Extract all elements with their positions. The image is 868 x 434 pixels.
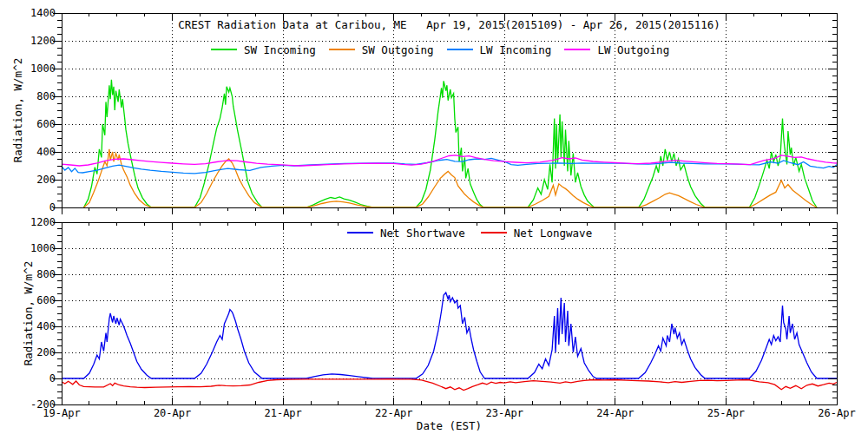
x-tick-label: 19-Apr <box>34 407 89 419</box>
legend-line-lw-outgoing <box>564 49 590 50</box>
y-tick-label: 600 <box>0 118 56 130</box>
y-tick-label: 600 <box>0 294 56 306</box>
y-tick-label: 1000 <box>0 62 56 75</box>
legend-item-net-shortwave: Net Shortwave <box>347 227 465 240</box>
y-tick-label: 800 <box>0 268 56 280</box>
y-tick-label: 200 <box>0 346 56 358</box>
x-tick-label: 24-Apr <box>588 407 643 419</box>
y-tick-label: 0 <box>0 372 56 385</box>
legend-item-sw-incoming: SW Incoming <box>211 43 316 56</box>
legend-line-lw-incoming <box>447 49 473 50</box>
series-sw-incoming <box>84 80 818 207</box>
x-tick-label: 20-Apr <box>145 407 201 419</box>
legend-line-sw-incoming <box>211 49 237 50</box>
radiation-chart-canvas <box>0 0 868 434</box>
legend-line-sw-outgoing <box>329 49 355 50</box>
legend-label: Net Longwave <box>514 227 592 240</box>
x-tick-label: 23-Apr <box>477 407 532 419</box>
y-tick-label: 1000 <box>0 242 56 254</box>
series-sw-outgoing <box>84 149 818 207</box>
y-tick-label: 1200 <box>0 35 56 47</box>
y-tick-label: 1200 <box>0 216 56 228</box>
legend-bottom-panel: Net ShortwaveNet Longwave <box>347 227 592 239</box>
radiation-chart-screenshot: CREST Radiation Data at Caribou, ME Apr … <box>0 0 868 434</box>
x-tick-label: 21-Apr <box>255 407 311 419</box>
legend-item-sw-outgoing: SW Outgoing <box>329 43 434 56</box>
x-tick-label: 25-Apr <box>698 407 753 419</box>
legend-label: LW Incoming <box>480 43 552 56</box>
legend-item-net-longwave: Net Longwave <box>481 227 592 240</box>
legend-line-net-shortwave <box>347 232 373 233</box>
legend-line-net-longwave <box>481 232 507 233</box>
legend-item-lw-outgoing: LW Outgoing <box>564 43 669 56</box>
y-tick-label: 800 <box>0 90 56 102</box>
x-tick-label: 22-Apr <box>366 407 422 419</box>
legend-label: SW Incoming <box>244 43 316 56</box>
series-lw-incoming <box>62 158 837 173</box>
legend-label: Net Shortwave <box>380 227 465 240</box>
y-tick-label: 1400 <box>0 7 56 19</box>
legend-label: LW Outgoing <box>597 43 669 56</box>
x-axis-label: Date (EST) <box>62 419 837 432</box>
y-tick-label: 0 <box>0 201 56 214</box>
legend-top-panel: SW IncomingSW OutgoingLW IncomingLW Outg… <box>211 43 669 56</box>
series-net-longwave <box>62 379 837 391</box>
y-tick-label: 400 <box>0 320 56 332</box>
y-tick-label: 400 <box>0 146 56 158</box>
series-net-shortwave <box>62 293 837 378</box>
chart-title: CREST Radiation Data at Caribou, ME Apr … <box>62 18 837 31</box>
legend-label: SW Outgoing <box>362 43 434 56</box>
y-tick-label: 200 <box>0 174 56 186</box>
x-tick-label: 26-Apr <box>809 407 865 419</box>
legend-item-lw-incoming: LW Incoming <box>447 43 552 56</box>
panel-frame-net-radiation <box>62 222 837 404</box>
